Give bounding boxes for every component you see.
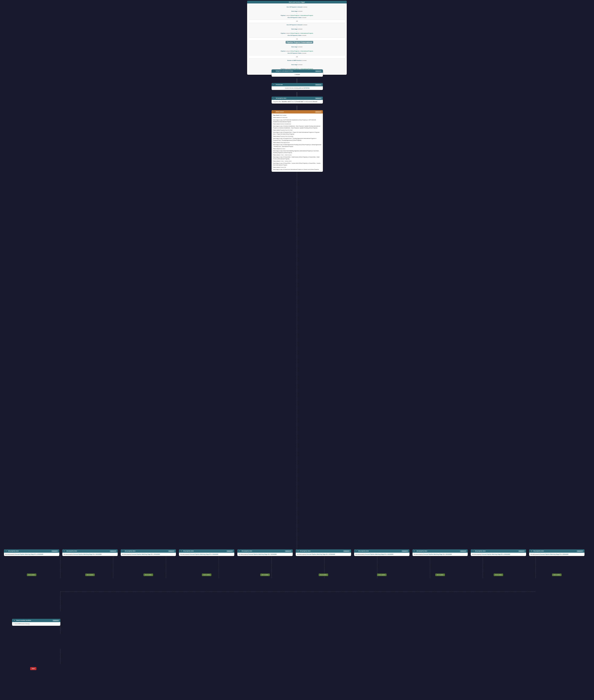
prop-actions-6[interactable]: Actions ▾: [343, 550, 350, 552]
connector-lines: [0, 0, 594, 700]
prop-block-8: 8 Set property value Actions ▾ Set deal …: [412, 549, 468, 556]
prop-block-3: 7 Set property value Actions ▾ Set deal …: [121, 549, 176, 556]
prop-block-6: 10 Set property value Actions ▾ Set deal…: [296, 549, 351, 556]
prop-header-6: 10 Set property value Actions ▾: [296, 549, 351, 553]
send-workflow-actions[interactable]: Actions ▾: [53, 620, 59, 622]
prop-body-6: Set deal property Forecast Pipeline Matc…: [296, 553, 351, 556]
step-format-actions[interactable]: Actions ▾: [315, 84, 322, 86]
goto-btn-8[interactable]: Go to action: [435, 574, 445, 576]
goto-btn-4[interactable]: Go to action: [202, 574, 211, 576]
step-branch-header: 4 If/then branch Actions ▾: [272, 110, 323, 114]
goto-6: Go to action: [295, 574, 352, 576]
trigger-header: Deal send Invoice trigger: [247, 1, 347, 3]
goto-2: Go to action: [61, 574, 119, 576]
goto-btn-5[interactable]: Go to action: [260, 574, 270, 576]
step-set-prop-header: 3 Set property value Actions ▾: [272, 97, 323, 100]
or-separator-1: OR: [249, 20, 345, 22]
step-format-body: Custom formula including add and NOTEPAD: [272, 86, 323, 90]
prop-header-1: 5 Set property value Actions ▾: [4, 549, 59, 553]
send-workflow-header: 5 Send to another workflow Actions ▾: [12, 619, 60, 622]
goto-btn-10[interactable]: Go to action: [552, 574, 562, 576]
prop-header-9: 9 Set property value Actions ▾: [471, 549, 526, 553]
step-set-prop-actions[interactable]: Actions ▾: [315, 97, 322, 99]
step-branch: 4 If/then branch Actions ▾ Pop check Fir…: [272, 110, 323, 172]
prop-body-10: Set deal property Forecast Pipeline Matc…: [529, 553, 585, 556]
prop-body-7: Set deal property Forecast Pipeline Matc…: [354, 553, 409, 556]
prop-header-5: 9 Set property value Actions ▾: [237, 549, 293, 553]
prop-body-3: Set deal property Forecast Pipeline Matc…: [121, 553, 176, 556]
step-delay-actions[interactable]: Actions ▾: [315, 70, 322, 72]
step-delay-header: 1 Delay for a set amount of time Actions…: [272, 69, 323, 73]
pipeline-projects-text: Pipeline Projects 0 International: [287, 41, 312, 43]
step-set-prop-body: Copy the value "Identifier value" from "…: [272, 100, 323, 103]
goto-btn-1[interactable]: Go to action: [27, 574, 36, 576]
prop-body-8: Set deal property Forecast Pipeline Matc…: [412, 553, 468, 556]
goto-btn-3[interactable]: Go to action: [143, 574, 153, 576]
prop-actions-5[interactable]: Actions ▾: [285, 550, 292, 552]
prop-actions-10[interactable]: Actions ▾: [576, 550, 583, 552]
trigger-title: Deal send Invoice trigger: [289, 1, 305, 3]
end-label: End: [32, 668, 35, 669]
goto-3: Go to action: [120, 574, 177, 576]
prop-actions-8[interactable]: Actions ▾: [460, 550, 466, 552]
prop-header-2: 6 Set property value Actions ▾: [62, 549, 118, 553]
prop-header-10: 10 Set property value Actions ▾: [529, 549, 585, 553]
goto-9: Go to action: [470, 574, 527, 576]
step-set-property: 3 Set property value Actions ▾ Copy the …: [272, 97, 323, 103]
goto-7: Go to action: [353, 574, 410, 576]
prop-actions-1[interactable]: Actions ▾: [51, 550, 58, 552]
condition-group-1: One Off Payment 1 Amount is known --- De…: [249, 5, 345, 20]
prop-block-9: 9 Set property value Actions ▾ Set deal …: [471, 549, 526, 556]
step-branch-actions[interactable]: Actions ▾: [315, 111, 322, 113]
or-separator-3: OR: [249, 56, 345, 58]
goto-action-row: Go to action Go to action Go to action G…: [0, 574, 588, 576]
goto-btn-2[interactable]: Go to action: [85, 574, 95, 576]
prop-header-3: 7 Set property value Actions ▾: [121, 549, 176, 553]
prop-block-5: 9 Set property value Actions ▾ Set deal …: [237, 549, 293, 556]
prop-block-1: 5 Set property value Actions ▾ Set deal …: [4, 549, 59, 556]
goto-10: Go to action: [528, 574, 585, 576]
send-workflow-block: 5 Send to another workflow Actions ▾ 5. …: [12, 619, 60, 626]
step-delay: 1 Delay for a set amount of time Actions…: [272, 69, 323, 77]
step-format-date: 2 Format date Actions ▾ Custom formula i…: [272, 83, 323, 90]
prop-body-4: Set deal property Forecast Pipeline Matc…: [179, 553, 234, 556]
goto-btn-6[interactable]: Go to action: [319, 574, 328, 576]
prop-block-7: 7 Set property value Actions ▾ Set deal …: [354, 549, 409, 556]
prop-actions-2[interactable]: Actions ▾: [110, 550, 116, 552]
prop-body-1: Set deal property Forecast Pipeline Matc…: [4, 553, 59, 556]
end-block: End: [30, 667, 36, 670]
step-branch-body: Pop check First Contact Then check GPTCB…: [272, 114, 323, 172]
goto-1: Go to action: [3, 574, 60, 576]
prop-actions-7[interactable]: Actions ▾: [401, 550, 408, 552]
step-format-header: 2 Format date Actions ▾: [272, 83, 323, 86]
prop-block-10: 10 Set property value Actions ▾ Set deal…: [529, 549, 585, 556]
step-delay-body: 1 minute: [272, 73, 323, 77]
goto-btn-9[interactable]: Go to action: [494, 574, 503, 576]
condition-group-2: One Off Payment 2 Amount is known --- De…: [249, 23, 345, 38]
prop-header-4: 8 Set property value Actions ▾: [179, 549, 234, 553]
prop-actions-4[interactable]: Actions ▾: [227, 550, 233, 552]
prop-body-5: Set deal property Forecast Pipeline Matc…: [237, 553, 293, 556]
prop-block-2: 6 Set property value Actions ▾ Set deal …: [62, 549, 118, 556]
goto-5: Go to action: [236, 574, 294, 576]
prop-actions-3[interactable]: Actions ▾: [168, 550, 175, 552]
send-workflow-body: 5. Send MRR Invoice Deal (5): [12, 622, 60, 626]
goto-8: Go to action: [411, 574, 469, 576]
trigger-block: Deal send Invoice trigger One Off Paymen…: [247, 1, 347, 75]
goto-4: Go to action: [178, 574, 235, 576]
workflow-canvas: Deal send Invoice trigger One Off Paymen…: [0, 0, 594, 700]
prop-actions-9[interactable]: Actions ▾: [518, 550, 525, 552]
pipeline-projects-badge: Pipeline Projects 0 International: [286, 41, 313, 43]
prop-header-7: 7 Set property value Actions ▾: [354, 549, 409, 553]
prop-block-4: 8 Set property value Actions ▾ Set deal …: [179, 549, 234, 556]
bottom-prop-row: 5 Set property value Actions ▾ Set deal …: [0, 549, 588, 556]
or-separator-2: OR: [249, 38, 345, 40]
prop-body-9: Set deal property Forecast Pipeline Matc…: [471, 553, 526, 556]
goto-btn-7[interactable]: Go to action: [377, 574, 387, 576]
prop-body-2: Set deal property Forecast Pipeline Matc…: [62, 553, 118, 556]
trigger-body: One Off Payment 1 Amount is known --- De…: [247, 3, 347, 75]
prop-header-8: 8 Set property value Actions ▾: [412, 549, 468, 553]
